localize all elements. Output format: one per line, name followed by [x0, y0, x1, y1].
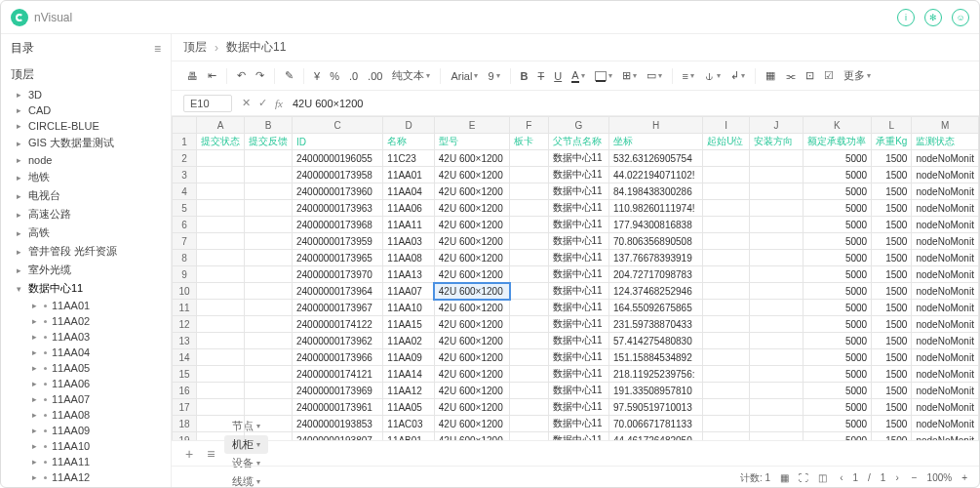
- header-cell[interactable]: 安装方向: [750, 134, 803, 150]
- row-header[interactable]: 1: [173, 134, 197, 150]
- settings-icon[interactable]: ✻: [924, 9, 942, 26]
- header-cell[interactable]: 起始U位: [703, 134, 750, 150]
- breadcrumb-part[interactable]: 数据中心11: [226, 39, 286, 56]
- col-header[interactable]: G: [548, 117, 609, 134]
- row-header[interactable]: 2: [173, 150, 197, 167]
- tree-item[interactable]: ▸11AA08: [1, 407, 171, 423]
- col-header[interactable]: J: [750, 117, 803, 134]
- row-header[interactable]: 3: [173, 167, 197, 183]
- tree-item[interactable]: ▾数据中心11: [1, 279, 171, 298]
- tree-item[interactable]: ▸CIRCLE-BLUE: [1, 118, 171, 134]
- font-select[interactable]: Arial▾: [447, 68, 482, 84]
- validation-button[interactable]: ☑: [820, 67, 838, 84]
- header-cell[interactable]: 承重Kg: [872, 134, 912, 150]
- tree-item[interactable]: ▸11AA02: [1, 313, 171, 329]
- sheet-menu-button[interactable]: ≡: [203, 446, 218, 462]
- more-button[interactable]: 更多▾: [840, 66, 875, 85]
- tree-item[interactable]: ▸管井管段 光纤资源: [1, 242, 171, 261]
- row-header[interactable]: 16: [173, 383, 197, 399]
- tree-item[interactable]: ▸11AA10: [1, 438, 171, 454]
- strikethrough-button[interactable]: T: [533, 68, 548, 84]
- grid-icon[interactable]: ▦: [780, 472, 789, 483]
- zoom-out[interactable]: −: [912, 472, 918, 483]
- tree-item[interactable]: ▸11AA01: [1, 298, 171, 313]
- col-header[interactable]: D: [383, 117, 434, 134]
- row-header[interactable]: 5: [173, 200, 197, 217]
- breadcrumb-part[interactable]: 顶层: [183, 39, 207, 56]
- tree-item[interactable]: ▸11AA04: [1, 345, 171, 360]
- header-cell[interactable]: 板卡: [510, 134, 548, 150]
- confirm-icon[interactable]: ✓: [258, 97, 267, 109]
- tree-item[interactable]: ▸CAD: [1, 102, 171, 118]
- user-icon[interactable]: ☺: [952, 9, 969, 26]
- cell-reference[interactable]: E10: [183, 95, 232, 112]
- col-header[interactable]: I: [703, 117, 750, 134]
- col-header[interactable]: B: [244, 117, 292, 134]
- tree-item[interactable]: ▸GIS 大数据量测试: [1, 134, 171, 152]
- row-header[interactable]: 6: [173, 217, 197, 233]
- wrap-button[interactable]: ↲▾: [726, 67, 749, 84]
- zoom-in[interactable]: +: [961, 472, 967, 483]
- header-cell[interactable]: 提交反馈: [244, 134, 292, 150]
- col-header[interactable]: C: [292, 117, 382, 134]
- row-header[interactable]: 15: [173, 366, 197, 383]
- header-cell[interactable]: 坐标: [609, 134, 703, 150]
- col-header[interactable]: F: [510, 117, 548, 134]
- row-header[interactable]: 12: [173, 316, 197, 333]
- tree-item[interactable]: ▸3D: [1, 87, 171, 102]
- tree-item[interactable]: ▸高铁: [1, 224, 171, 242]
- row-header[interactable]: 18: [173, 416, 197, 432]
- row-header[interactable]: 10: [173, 283, 197, 300]
- sidebar-root[interactable]: 顶层: [1, 62, 171, 87]
- freeze-button[interactable]: ▦: [762, 67, 779, 84]
- tree-item[interactable]: ▸室外光缆: [1, 261, 171, 279]
- underline-button[interactable]: U: [550, 68, 566, 84]
- tree-item[interactable]: ▸高速公路: [1, 205, 171, 224]
- col-header[interactable]: E: [434, 117, 509, 134]
- page-next[interactable]: ›: [892, 472, 901, 483]
- format-painter-button[interactable]: ✎: [281, 67, 297, 84]
- fx-icon[interactable]: fx: [275, 98, 283, 109]
- tree-item[interactable]: ▸11AA07: [1, 391, 171, 407]
- undo-button[interactable]: ↶: [233, 67, 250, 84]
- text-color-button[interactable]: A▾: [568, 67, 588, 85]
- sidebar-menu-icon[interactable]: ≡: [154, 42, 161, 56]
- print-button[interactable]: 🖶: [183, 68, 202, 84]
- borders-button[interactable]: ⊞▾: [618, 67, 641, 84]
- header-cell[interactable]: 提交状态: [196, 134, 244, 150]
- col-header[interactable]: K: [803, 117, 871, 134]
- tree-item[interactable]: ▸11AA03: [1, 329, 171, 345]
- col-header[interactable]: M: [912, 117, 979, 134]
- reading-icon[interactable]: ◫: [818, 472, 827, 483]
- tree-item[interactable]: ▸11AA09: [1, 423, 171, 438]
- align-v-button[interactable]: ⫝▾: [700, 68, 725, 84]
- increase-decimal-button[interactable]: .00: [364, 68, 386, 84]
- row-header[interactable]: 11: [173, 300, 197, 316]
- fill-color-button[interactable]: ▾: [591, 69, 616, 83]
- row-header[interactable]: 9: [173, 266, 197, 283]
- row-header[interactable]: 14: [173, 349, 197, 366]
- add-sheet-button[interactable]: +: [181, 446, 197, 462]
- header-cell[interactable]: 型号: [434, 134, 509, 150]
- link-button[interactable]: ⫘: [781, 68, 800, 84]
- row-header[interactable]: 7: [173, 233, 197, 250]
- tree-item[interactable]: ▸11AA12: [1, 469, 171, 485]
- cancel-icon[interactable]: ✕: [242, 97, 251, 109]
- row-header[interactable]: 17: [173, 399, 197, 416]
- bold-button[interactable]: B: [517, 68, 532, 84]
- header-cell[interactable]: 名称: [383, 134, 434, 150]
- page-prev[interactable]: ‹: [837, 472, 845, 483]
- info-icon[interactable]: i: [897, 9, 915, 26]
- tree-item[interactable]: ▸11AA05: [1, 360, 171, 376]
- header-cell[interactable]: 额定承载功率: [803, 134, 871, 150]
- tree-item[interactable]: ▸11AA06: [1, 376, 171, 391]
- row-header[interactable]: 4: [173, 183, 197, 200]
- image-button[interactable]: ⊡: [802, 67, 818, 84]
- col-header[interactable]: H: [609, 117, 703, 134]
- format-select[interactable]: 纯文本▾: [388, 66, 434, 85]
- currency-button[interactable]: ¥: [310, 68, 324, 84]
- header-cell[interactable]: 父节点名称: [548, 134, 609, 150]
- row-header[interactable]: 13: [173, 333, 197, 349]
- decrease-decimal-button[interactable]: .0: [345, 68, 362, 84]
- header-cell[interactable]: 监测状态: [912, 134, 979, 150]
